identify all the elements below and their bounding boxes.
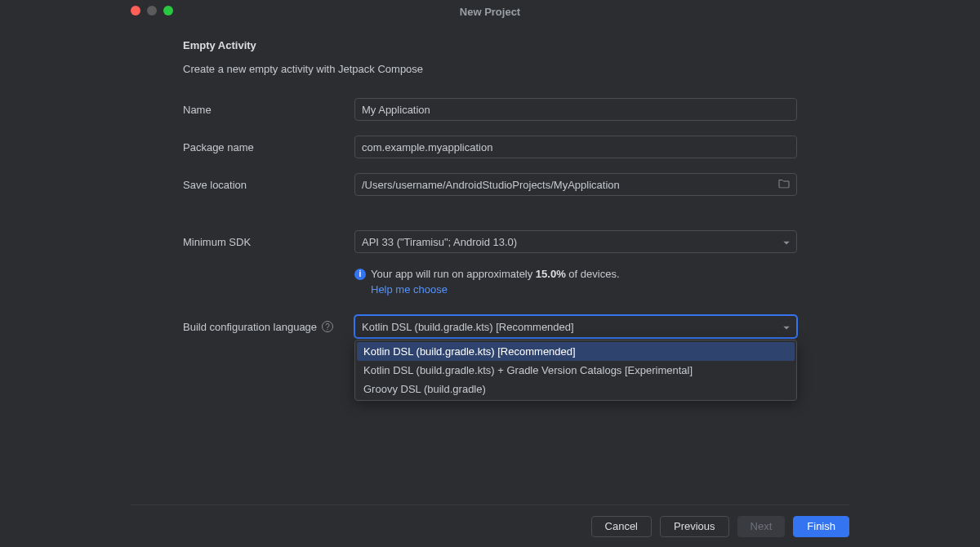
finish-button[interactable]: Finish	[793, 516, 849, 537]
package-row: Package name com.example.myapplication	[183, 136, 797, 158]
build-language-select[interactable]: Kotlin DSL (build.gradle.kts) [Recommend…	[354, 315, 797, 338]
save-location-input[interactable]: /Users/username/AndroidStudioProjects/My…	[354, 173, 797, 196]
page-heading: Empty Activity	[183, 39, 797, 51]
chevron-down-icon	[783, 236, 790, 248]
new-project-window: New Project Empty Activity Create a new …	[0, 0, 980, 547]
package-input-value: com.example.myapplication	[362, 141, 492, 153]
name-input-value: My Application	[362, 104, 430, 116]
previous-button[interactable]: Previous	[660, 516, 729, 537]
minsdk-label: Minimum SDK	[183, 236, 354, 248]
package-input[interactable]: com.example.myapplication	[354, 136, 797, 158]
info-icon: i	[354, 269, 366, 280]
help-choose-row: Help me choose	[183, 283, 797, 296]
minsdk-value: API 33 ("Tiramisu"; Android 13.0)	[362, 236, 517, 248]
name-input[interactable]: My Application	[354, 98, 797, 121]
chevron-down-icon	[783, 321, 790, 333]
titlebar: New Project	[0, 0, 980, 23]
device-coverage-text: Your app will run on approximately 15.0%…	[371, 268, 620, 280]
window-title: New Project	[460, 6, 520, 18]
build-language-row: Build configuration language ? Kotlin DS…	[183, 315, 797, 338]
maximize-icon[interactable]	[163, 6, 173, 16]
dropdown-option-groovy[interactable]: Groovy DSL (build.gradle)	[357, 380, 795, 398]
help-icon[interactable]: ?	[322, 321, 333, 332]
name-row: Name My Application	[183, 98, 797, 121]
save-location-label: Save location	[183, 179, 354, 191]
cancel-button[interactable]: Cancel	[591, 516, 652, 537]
minimize-icon[interactable]	[147, 6, 157, 16]
dropdown-option-kotlin-recommended[interactable]: Kotlin DSL (build.gradle.kts) [Recommend…	[357, 342, 795, 361]
folder-icon[interactable]	[778, 179, 790, 191]
dropdown-option-kotlin-catalogs[interactable]: Kotlin DSL (build.gradle.kts) + Gradle V…	[357, 361, 795, 380]
next-button: Next	[737, 516, 786, 537]
package-label: Package name	[183, 141, 354, 153]
close-icon[interactable]	[131, 6, 140, 16]
build-language-label: Build configuration language ?	[183, 321, 354, 333]
save-location-row: Save location /Users/username/AndroidStu…	[183, 173, 797, 196]
build-language-dropdown: Kotlin DSL (build.gradle.kts) [Recommend…	[354, 340, 797, 401]
name-label: Name	[183, 104, 354, 116]
main-content: Empty Activity Create a new empty activi…	[183, 39, 797, 353]
save-location-value: /Users/username/AndroidStudioProjects/My…	[362, 179, 620, 191]
page-subheading: Create a new empty activity with Jetpack…	[183, 63, 797, 75]
minsdk-row: Minimum SDK API 33 ("Tiramisu"; Android …	[183, 230, 797, 253]
minsdk-select[interactable]: API 33 ("Tiramisu"; Android 13.0)	[354, 230, 797, 253]
window-controls	[131, 6, 173, 16]
build-language-value: Kotlin DSL (build.gradle.kts) [Recommend…	[362, 321, 574, 333]
footer: Cancel Previous Next Finish	[131, 505, 849, 547]
help-choose-link[interactable]: Help me choose	[371, 283, 448, 296]
device-coverage-info: i Your app will run on approximately 15.…	[183, 268, 797, 280]
